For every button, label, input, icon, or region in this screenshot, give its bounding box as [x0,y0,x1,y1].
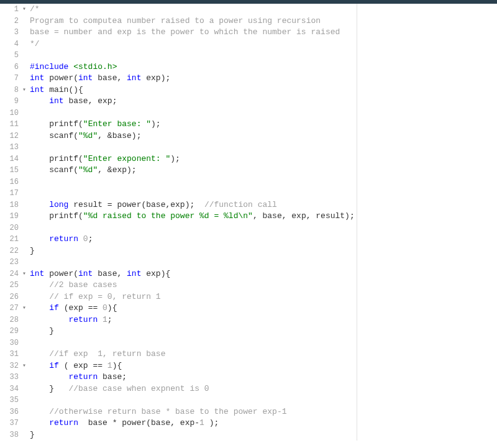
code-content[interactable]: scanf("%d", &base); [27,130,141,142]
code-content[interactable] [27,222,30,234]
code-content[interactable]: base = number and exp is the power to wh… [27,27,340,39]
code-line[interactable]: 24▾int power(int base, int exp){ [0,268,357,280]
line-number: 27 [0,303,22,314]
code-line[interactable]: 23 [0,257,357,268]
code-content[interactable]: // if exp = 0, return 1 [27,291,161,303]
fold-marker[interactable]: ▾ [22,4,27,16]
code-line[interactable]: 15 scanf("%d", &exp); [0,165,357,176]
code-content[interactable]: */ [27,39,40,50]
code-line[interactable]: 34 } //base case when expnent is 0 [0,383,357,395]
code-line[interactable]: 6#include <stdio.h> [0,62,357,73]
code-content[interactable]: } [27,429,35,441]
code-content[interactable]: return 1; [27,314,112,326]
code-token: //function call [204,200,277,209]
code-line[interactable]: 2Program to computea number raised to a … [0,16,357,27]
code-line[interactable]: 27▾ if (exp == 0){ [0,303,357,314]
line-number: 29 [0,326,22,337]
code-line[interactable]: 35 [0,395,357,406]
code-line[interactable]: 7int power(int base, int exp); [0,73,357,85]
code-content[interactable] [27,50,30,62]
code-line[interactable]: 17 [0,188,357,199]
code-content[interactable]: int power(int base, int exp); [27,73,170,85]
code-line[interactable]: 26 // if exp = 0, return 1 [0,291,357,303]
code-content[interactable]: Program to computea number raised to a p… [27,16,321,27]
code-token: scanf( [30,131,78,140]
fold-marker[interactable]: ▾ [22,268,27,280]
code-line[interactable]: 5 [0,50,357,62]
code-content[interactable]: printf("Enter base: "); [27,119,161,130]
code-line[interactable]: 8▾int main(){ [0,85,357,96]
fold-marker[interactable]: ▾ [22,360,27,372]
fold-marker [22,406,27,418]
code-content[interactable]: } //base case when expnent is 0 [27,383,209,395]
code-content[interactable] [27,337,30,349]
code-line[interactable]: 3base = number and exp is the power to w… [0,27,357,39]
code-content[interactable] [27,176,30,188]
code-line[interactable]: 36 //otherwise return base * base to the… [0,406,357,418]
code-line[interactable]: 1▾/* [0,4,357,16]
code-content[interactable]: return base; [27,372,127,383]
fold-marker[interactable]: ▾ [22,85,27,96]
code-line[interactable]: 14 printf("Enter exponent: "); [0,153,357,165]
code-line[interactable]: 9 int base, exp; [0,96,357,107]
code-content[interactable]: //2 base cases [27,280,117,291]
code-line[interactable]: 4*/ [0,39,357,50]
code-line[interactable]: 31 //if exp 1, return base [0,349,357,360]
fold-marker [22,326,27,337]
code-content[interactable]: long result = power(base,exp); //functio… [27,199,277,211]
fold-marker [22,188,27,199]
code-content[interactable]: int base, exp; [27,96,117,107]
code-line[interactable]: 18 long result = power(base,exp); //func… [0,199,357,211]
code-content[interactable]: int main(){ [27,85,83,96]
code-content[interactable]: #include <stdio.h> [27,62,117,73]
code-content[interactable] [27,142,30,153]
line-number: 10 [0,107,22,119]
code-token: scanf( [30,165,78,175]
code-line[interactable]: 22} [0,245,357,257]
code-content[interactable]: scanf("%d", &exp); [27,165,137,176]
code-content[interactable]: //if exp 1, return base [27,349,165,360]
code-line[interactable]: 30 [0,337,357,349]
code-line[interactable]: 28 return 1; [0,314,357,326]
code-line[interactable]: 25 //2 base cases [0,280,357,291]
code-line[interactable]: 13 [0,142,357,153]
code-token: "%d" [78,131,98,140]
code-token: ){ [112,361,122,370]
code-content[interactable]: int power(int base, int exp){ [27,268,170,280]
code-token: 1 [107,361,112,370]
code-line[interactable]: 21 return 0; [0,234,357,245]
code-line[interactable]: 37 return base * power(base, exp-1 ); [0,418,357,429]
code-line[interactable]: 10 [0,107,357,119]
code-content[interactable]: return 0; [27,234,93,245]
code-content[interactable] [27,107,30,119]
code-content[interactable]: if (exp == 0){ [27,303,117,314]
code-token: , &exp); [98,165,136,175]
code-line[interactable]: 32▾ if ( exp == 1){ [0,360,357,372]
code-content[interactable] [27,188,30,199]
code-line[interactable]: 19 printf("%d raised to the power %d = %… [0,211,357,222]
code-content[interactable]: //otherwise return base * base to the po… [27,406,286,418]
code-token: } [30,246,35,255]
code-line[interactable]: 29 } [0,326,357,337]
code-content[interactable]: return base * power(base, exp-1 ); [27,418,219,429]
code-content[interactable]: if ( exp == 1){ [27,360,122,372]
code-line[interactable]: 33 return base; [0,372,357,383]
code-content[interactable]: /* [27,4,40,16]
code-content[interactable]: printf("Enter exponent: "); [27,153,180,165]
code-line[interactable]: 20 [0,222,357,234]
code-content[interactable]: } [27,245,35,257]
editor-pane[interactable]: 1▾/*2Program to computea number raised t… [0,4,357,441]
code-line[interactable]: 38} [0,429,357,441]
line-number: 32 [0,360,22,372]
code-content[interactable]: } [27,326,54,337]
code-line[interactable]: 16 [0,176,357,188]
fold-marker [22,142,27,153]
code-content[interactable] [27,395,30,406]
code-line[interactable]: 12 scanf("%d", &base); [0,130,357,142]
fold-marker [22,245,27,257]
code-token: */ [30,39,40,48]
code-line[interactable]: 11 printf("Enter base: "); [0,119,357,130]
fold-marker[interactable]: ▾ [22,303,27,314]
code-content[interactable] [27,257,30,268]
code-content[interactable]: printf("%d raised to the power %d = %ld\… [27,211,355,222]
